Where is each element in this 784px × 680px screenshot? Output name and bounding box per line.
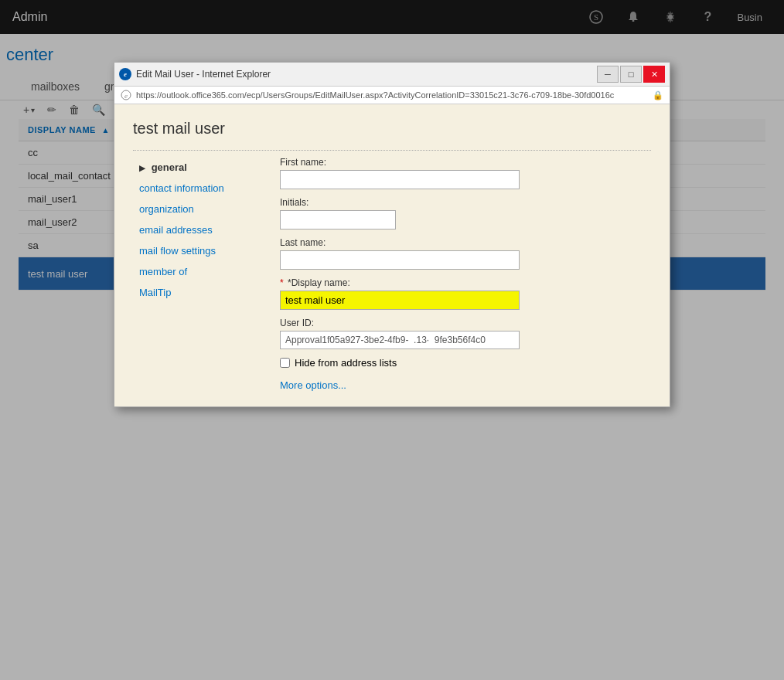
modal-sidebar: ▶ general contact information organizati… [133,157,280,291]
ie-icon: e [121,90,131,100]
sidebar-item-email-addresses[interactable]: email addresses [133,219,280,240]
display-name-label: *Display name: [280,277,651,288]
sidebar-item-contact-information[interactable]: contact information [133,178,280,199]
modal-titlebar: e Edit Mail User - Internet Explorer ─ □… [114,63,670,104]
modal-address-bar: e https://outlook.office365.com/ecp/User… [114,86,670,104]
minimize-button[interactable]: ─ [597,66,619,83]
last-name-input[interactable] [280,250,520,270]
sidebar-item-organization[interactable]: organization [133,199,280,219]
initials-label: Initials: [280,197,651,208]
sidebar-item-general[interactable]: ▶ general [133,157,280,178]
modal-title: Edit Mail User - Internet Explorer [136,69,592,80]
sidebar-item-member-of[interactable]: member of [133,261,280,282]
sidebar-item-mail-flow-settings[interactable]: mail flow settings [133,240,280,261]
initials-group: Initials: [280,197,651,230]
display-name-group: *Display name: [280,277,651,291]
ie-logo-icon: e [119,68,131,80]
first-name-group: First name: [280,157,651,189]
last-name-group: Last name: [280,237,651,270]
first-name-label: First name: [280,157,651,168]
lock-icon: 🔒 [653,90,663,100]
modal-page-title: test mail user [133,120,651,138]
arrow-icon: ▶ [139,164,145,172]
url-bar[interactable]: https://outlook.office365.com/ecp/UsersG… [136,90,648,100]
maximize-button[interactable]: □ [620,66,642,83]
sidebar-item-mailtip[interactable]: MailTip [133,282,280,291]
first-name-input[interactable] [280,170,520,189]
modal-ie-bar: e Edit Mail User - Internet Explorer ─ □… [114,63,670,86]
modal-divider [133,150,651,151]
last-name-label: Last name: [280,237,651,248]
close-button[interactable]: ✕ [643,66,665,83]
modal-overlay: e Edit Mail User - Internet Explorer ─ □… [0,0,784,291]
edit-mail-user-modal: e Edit Mail User - Internet Explorer ─ □… [114,62,670,291]
initials-input[interactable] [280,210,396,230]
modal-layout: ▶ general contact information organizati… [133,157,651,291]
window-controls: ─ □ ✕ [597,66,665,83]
modal-form: First name: Initials: Last name: *Displa… [280,157,651,291]
svg-text:e: e [124,92,128,100]
modal-body: test mail user ▶ general contact informa… [114,104,670,291]
